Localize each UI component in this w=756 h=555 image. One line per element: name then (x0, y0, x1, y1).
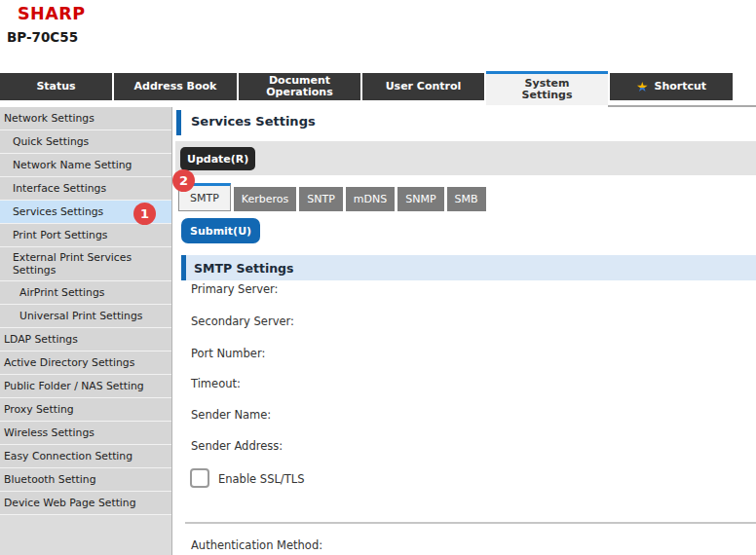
page-title-accent-bar (176, 110, 181, 135)
label-authentication-method: Authentication Method: (191, 538, 322, 552)
tab-sntp[interactable]: SNTP (299, 187, 343, 211)
sidebar-item-ldap-settings[interactable]: LDAP Settings (0, 328, 171, 352)
enable-ssl-checkbox[interactable] (190, 468, 209, 488)
nav-tab-status[interactable]: Status (0, 73, 112, 100)
sidebar-item-easy-connection-setting[interactable]: Easy Connection Setting (0, 445, 171, 468)
sidebar-item-network-settings[interactable]: Network Settings (0, 107, 171, 130)
nav-tab-document-operations[interactable]: Document Operations (239, 73, 360, 100)
nav-tab-user-control[interactable]: User Control (362, 73, 484, 100)
sidebar-item-quick-settings[interactable]: Quick Settings (0, 130, 171, 154)
section-title: SMTP Settings (194, 261, 293, 276)
label-port-number: Port Number: (191, 347, 265, 360)
update-button[interactable]: Update(R) (180, 147, 255, 170)
enable-ssl-label: Enable SSL/TLS (218, 472, 304, 486)
sidebar-item-proxy-setting[interactable]: Proxy Setting (0, 398, 171, 422)
sidebar-item-airprint-settings[interactable]: AirPrint Settings (0, 281, 171, 305)
star-icon: ★ (636, 81, 649, 92)
sidebar-item-device-web-page-setting[interactable]: Device Web Page Setting (0, 492, 171, 515)
submit-button[interactable]: Submit(U) (181, 218, 260, 243)
tab-snmp[interactable]: SNMP (397, 187, 443, 211)
sidebar-item-print-port-settings[interactable]: Print Port Settings (0, 224, 171, 247)
tab-kerberos[interactable]: Kerberos (234, 187, 296, 211)
sidebar-item-network-name-setting[interactable]: Network Name Setting (0, 154, 171, 177)
step-badge-1: 1 (133, 203, 156, 225)
sidebar-item-external-print-services-settings[interactable]: External Print Services Settings (0, 247, 171, 281)
smtp-settings-section-header: SMTP Settings (181, 255, 756, 280)
sidebar-item-interface-settings[interactable]: Interface Settings (0, 177, 171, 201)
step-badge-2: 2 (172, 169, 195, 192)
model-name: BP-70C55 (7, 29, 78, 45)
tab-mdns[interactable]: mDNS (346, 187, 395, 211)
label-timeout: Timeout: (191, 377, 241, 390)
nav-tab-system-settings[interactable]: System Settings (486, 71, 608, 105)
sidebar-item-wireless-settings[interactable]: Wireless Settings (0, 422, 171, 445)
sharp-logo: SHARP (18, 4, 86, 23)
label-secondary-server: Secondary Server: (191, 314, 294, 328)
sidebar: Network Settings Quick Settings Network … (0, 107, 172, 555)
subtab-bar: SMTP Kerberos SNTP mDNS SNMP SMB (178, 183, 486, 211)
label-sender-name: Sender Name: (191, 408, 271, 422)
tab-smb[interactable]: SMB (447, 187, 486, 211)
sidebar-item-active-directory-settings[interactable]: Active Directory Settings (0, 352, 171, 375)
label-sender-address: Sender Address: (191, 439, 283, 453)
label-primary-server: Primary Server: (191, 282, 278, 296)
page-title: Services Settings (191, 114, 316, 129)
toolbar-strip (175, 141, 756, 175)
nav-tab-address-book[interactable]: Address Book (114, 73, 237, 100)
section-divider (185, 522, 756, 524)
sidebar-item-bluetooth-setting[interactable]: Bluetooth Setting (0, 468, 171, 492)
nav-tab-shortcut-label: Shortcut (654, 81, 706, 92)
nav-tab-shortcut[interactable]: ★Shortcut (610, 73, 733, 100)
nav-underline (608, 105, 756, 107)
sidebar-item-universal-print-settings[interactable]: Universal Print Settings (0, 305, 171, 328)
sidebar-item-public-folder-nas-setting[interactable]: Public Folder / NAS Setting (0, 375, 171, 398)
